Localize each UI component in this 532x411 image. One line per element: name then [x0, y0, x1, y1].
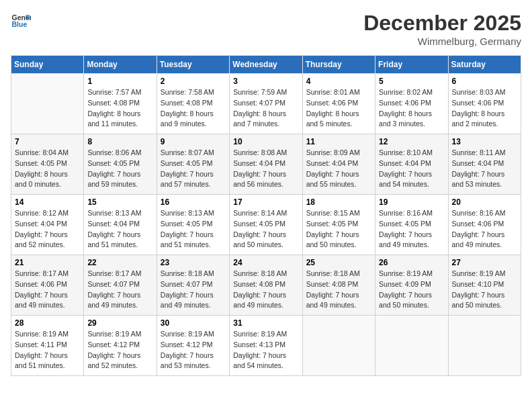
day-info: Sunrise: 8:03 AMSunset: 4:06 PMDaylight:…: [452, 87, 517, 130]
day-number: 24: [233, 258, 298, 267]
calendar-cell: 13Sunrise: 8:11 AMSunset: 4:04 PMDayligh…: [448, 134, 521, 195]
calendar-header-row: SundayMondayTuesdayWednesdayThursdayFrid…: [11, 56, 521, 74]
day-info: Sunrise: 8:12 AMSunset: 4:04 PMDaylight:…: [15, 208, 80, 250]
calendar-cell: 15Sunrise: 8:13 AMSunset: 4:04 PMDayligh…: [84, 195, 157, 255]
calendar-cell: 16Sunrise: 8:13 AMSunset: 4:05 PMDayligh…: [157, 195, 229, 255]
day-info: Sunrise: 8:10 AMSunset: 4:04 PMDaylight:…: [379, 148, 444, 190]
day-info: Sunrise: 8:08 AMSunset: 4:04 PMDaylight:…: [233, 148, 298, 190]
day-number: 30: [161, 318, 226, 328]
calendar-cell: 18Sunrise: 8:15 AMSunset: 4:05 PMDayligh…: [302, 195, 375, 255]
day-info: Sunrise: 7:58 AMSunset: 4:08 PMDaylight:…: [161, 87, 226, 130]
day-number: 17: [233, 197, 298, 207]
day-number: 4: [306, 77, 371, 86]
calendar-cell: 3Sunrise: 7:59 AMSunset: 4:07 PMDaylight…: [230, 74, 302, 134]
day-info: Sunrise: 8:19 AMSunset: 4:09 PMDaylight:…: [379, 269, 444, 311]
logo-icon: General Blue: [11, 11, 31, 31]
day-info: Sunrise: 8:17 AMSunset: 4:07 PMDaylight:…: [87, 269, 152, 311]
day-info: Sunrise: 8:04 AMSunset: 4:05 PMDaylight:…: [15, 148, 80, 190]
day-info: Sunrise: 8:13 AMSunset: 4:04 PMDaylight:…: [87, 208, 152, 250]
calendar-cell: 10Sunrise: 8:08 AMSunset: 4:04 PMDayligh…: [230, 134, 302, 195]
calendar-cell: 30Sunrise: 8:19 AMSunset: 4:12 PMDayligh…: [157, 316, 229, 376]
logo: General Blue: [11, 11, 31, 31]
calendar-cell: 24Sunrise: 8:18 AMSunset: 4:08 PMDayligh…: [230, 255, 302, 316]
calendar-cell: 11Sunrise: 8:09 AMSunset: 4:04 PMDayligh…: [302, 134, 375, 195]
calendar-cell: 27Sunrise: 8:19 AMSunset: 4:10 PMDayligh…: [448, 255, 521, 316]
day-number: 25: [306, 258, 371, 267]
day-number: 5: [379, 77, 444, 86]
calendar-cell: 17Sunrise: 8:14 AMSunset: 4:05 PMDayligh…: [230, 195, 302, 255]
calendar-cell: [302, 316, 375, 376]
day-info: Sunrise: 8:19 AMSunset: 4:11 PMDaylight:…: [15, 329, 80, 371]
day-number: 21: [15, 258, 80, 267]
day-info: Sunrise: 8:17 AMSunset: 4:06 PMDaylight:…: [15, 269, 80, 311]
day-info: Sunrise: 8:18 AMSunset: 4:08 PMDaylight:…: [233, 269, 298, 311]
day-number: 1: [87, 77, 152, 86]
calendar-cell: 6Sunrise: 8:03 AMSunset: 4:06 PMDaylight…: [448, 74, 521, 134]
day-number: 11: [306, 137, 371, 146]
day-number: 13: [452, 137, 517, 146]
day-number: 16: [161, 197, 226, 207]
day-number: 15: [87, 197, 152, 207]
day-number: 28: [15, 318, 80, 328]
calendar-week-row: 14Sunrise: 8:12 AMSunset: 4:04 PMDayligh…: [11, 195, 521, 255]
calendar-cell: 1Sunrise: 7:57 AMSunset: 4:08 PMDaylight…: [84, 74, 157, 134]
title-block: December 2025 Wimmelburg, Germany: [363, 11, 521, 47]
day-info: Sunrise: 8:01 AMSunset: 4:06 PMDaylight:…: [306, 87, 371, 130]
day-number: 19: [379, 197, 444, 207]
day-info: Sunrise: 8:09 AMSunset: 4:04 PMDaylight:…: [306, 148, 371, 190]
day-number: 18: [306, 197, 371, 207]
day-info: Sunrise: 8:19 AMSunset: 4:12 PMDaylight:…: [87, 329, 152, 371]
location-subtitle: Wimmelburg, Germany: [363, 36, 521, 47]
month-title: December 2025: [363, 11, 521, 36]
calendar-cell: 8Sunrise: 8:06 AMSunset: 4:05 PMDaylight…: [84, 134, 157, 195]
day-number: 14: [15, 197, 80, 207]
day-info: Sunrise: 8:06 AMSunset: 4:05 PMDaylight:…: [87, 148, 152, 190]
calendar-cell: 5Sunrise: 8:02 AMSunset: 4:06 PMDaylight…: [375, 74, 448, 134]
calendar-week-row: 28Sunrise: 8:19 AMSunset: 4:11 PMDayligh…: [11, 316, 521, 376]
day-number: 10: [233, 137, 298, 146]
calendar-cell: [448, 316, 521, 376]
calendar-week-row: 21Sunrise: 8:17 AMSunset: 4:06 PMDayligh…: [11, 255, 521, 316]
day-number: 22: [87, 258, 152, 267]
day-info: Sunrise: 8:14 AMSunset: 4:05 PMDaylight:…: [233, 208, 298, 250]
day-number: 26: [379, 258, 444, 267]
day-number: 2: [161, 77, 226, 86]
day-number: 12: [379, 137, 444, 146]
day-number: 29: [87, 318, 152, 328]
day-info: Sunrise: 8:07 AMSunset: 4:05 PMDaylight:…: [161, 148, 226, 190]
calendar-cell: 28Sunrise: 8:19 AMSunset: 4:11 PMDayligh…: [11, 316, 84, 376]
calendar-cell: 2Sunrise: 7:58 AMSunset: 4:08 PMDaylight…: [157, 74, 229, 134]
calendar-cell: 25Sunrise: 8:18 AMSunset: 4:08 PMDayligh…: [302, 255, 375, 316]
day-number: 27: [452, 258, 517, 267]
day-number: 9: [161, 137, 226, 146]
svg-text:Blue: Blue: [12, 20, 28, 28]
day-info: Sunrise: 8:18 AMSunset: 4:08 PMDaylight:…: [306, 269, 371, 311]
calendar-cell: 19Sunrise: 8:16 AMSunset: 4:05 PMDayligh…: [375, 195, 448, 255]
day-number: 8: [87, 137, 152, 146]
day-info: Sunrise: 7:57 AMSunset: 4:08 PMDaylight:…: [87, 87, 152, 130]
calendar-cell: 21Sunrise: 8:17 AMSunset: 4:06 PMDayligh…: [11, 255, 84, 316]
calendar-cell: [11, 74, 84, 134]
day-of-week-header: Thursday: [302, 56, 375, 74]
calendar-cell: [375, 316, 448, 376]
calendar-cell: 14Sunrise: 8:12 AMSunset: 4:04 PMDayligh…: [11, 195, 84, 255]
calendar-week-row: 7Sunrise: 8:04 AMSunset: 4:05 PMDaylight…: [11, 134, 521, 195]
calendar-cell: 7Sunrise: 8:04 AMSunset: 4:05 PMDaylight…: [11, 134, 84, 195]
day-of-week-header: Sunday: [11, 56, 84, 74]
day-info: Sunrise: 8:16 AMSunset: 4:06 PMDaylight:…: [452, 208, 517, 250]
page-header: General Blue December 2025 Wimmelburg, G…: [11, 11, 521, 47]
day-of-week-header: Wednesday: [230, 56, 302, 74]
day-info: Sunrise: 8:02 AMSunset: 4:06 PMDaylight:…: [379, 87, 444, 130]
day-of-week-header: Saturday: [448, 56, 521, 74]
day-number: 23: [161, 258, 226, 267]
day-number: 6: [452, 77, 517, 86]
calendar-cell: 22Sunrise: 8:17 AMSunset: 4:07 PMDayligh…: [84, 255, 157, 316]
day-info: Sunrise: 8:16 AMSunset: 4:05 PMDaylight:…: [379, 208, 444, 250]
day-info: Sunrise: 8:11 AMSunset: 4:04 PMDaylight:…: [452, 148, 517, 190]
day-number: 20: [452, 197, 517, 207]
day-of-week-header: Tuesday: [157, 56, 229, 74]
calendar-cell: 9Sunrise: 8:07 AMSunset: 4:05 PMDaylight…: [157, 134, 229, 195]
day-number: 31: [233, 318, 298, 328]
calendar-table: SundayMondayTuesdayWednesdayThursdayFrid…: [11, 55, 521, 376]
calendar-cell: 12Sunrise: 8:10 AMSunset: 4:04 PMDayligh…: [375, 134, 448, 195]
